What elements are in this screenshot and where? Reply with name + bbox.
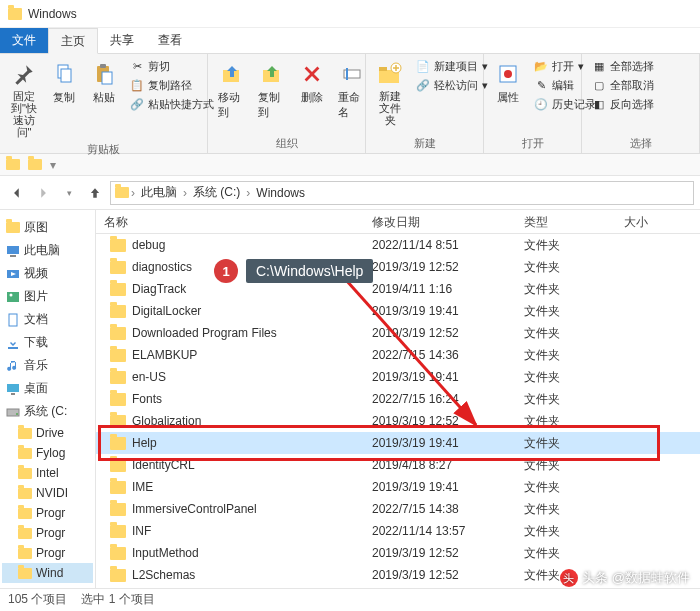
recent-locations-button[interactable]: ▾ (58, 182, 80, 204)
tree-item[interactable]: 音乐 (2, 354, 93, 377)
copy-to-button[interactable]: 复制到 (254, 58, 290, 122)
music-icon (6, 359, 20, 373)
tree-item[interactable]: 视频 (2, 262, 93, 285)
tab-home[interactable]: 主页 (48, 28, 98, 54)
folder-icon (110, 239, 126, 252)
breadcrumb-item[interactable]: Windows (252, 184, 309, 202)
easy-access-button[interactable]: 🔗轻松访问▾ (412, 77, 492, 94)
select-all-button[interactable]: ▦全部选择 (588, 58, 658, 75)
new-item-button[interactable]: 📄新建项目▾ (412, 58, 492, 75)
address-bar[interactable]: › 此电脑 › 系统 (C:) › Windows (110, 181, 694, 205)
rename-button[interactable]: 重命名 (334, 58, 370, 122)
group-label-select: 选择 (588, 134, 693, 151)
delete-button[interactable]: 删除 (294, 58, 330, 107)
file-name: diagnostics (132, 260, 192, 274)
breadcrumb-item[interactable]: 系统 (C:) (189, 182, 244, 203)
svg-rect-10 (379, 67, 387, 71)
copy-button[interactable]: 复制 (46, 58, 82, 107)
tree-item[interactable]: Intel (2, 463, 93, 483)
tree-item[interactable]: 文档 (2, 308, 93, 331)
table-row[interactable]: ELAMBKUP2022/7/15 14:36文件夹 (96, 344, 700, 366)
table-row[interactable]: INF2022/11/14 13:57文件夹 (96, 520, 700, 542)
paste-shortcut-button[interactable]: 🔗粘贴快捷方式 (126, 96, 218, 113)
table-row[interactable]: DigitalLocker2019/3/19 19:41文件夹 (96, 300, 700, 322)
tab-share[interactable]: 共享 (98, 28, 146, 53)
tree-item[interactable]: 系统 (C: (2, 400, 93, 423)
file-size (616, 329, 700, 337)
folder-icon (115, 187, 129, 198)
invert-selection-button[interactable]: ◧反向选择 (588, 96, 658, 113)
watermark-icon: 头 (560, 569, 578, 587)
folder-icon (8, 8, 22, 20)
tree-item[interactable]: Wind (2, 563, 93, 583)
column-name[interactable]: 名称 (96, 210, 364, 233)
tree-item[interactable]: 桌面 (2, 377, 93, 400)
table-row[interactable]: Downloaded Program Files2019/3/19 12:52文… (96, 322, 700, 344)
chevron-down-icon[interactable]: ▾ (50, 158, 56, 172)
open-icon: 📂 (534, 60, 548, 74)
tree-item[interactable]: 原图 (2, 216, 93, 239)
file-size (616, 285, 700, 293)
tree-item[interactable]: Drive (2, 423, 93, 443)
back-button[interactable] (6, 182, 28, 204)
table-row[interactable]: IdentityCRL2019/4/18 8:27文件夹 (96, 454, 700, 476)
tab-view[interactable]: 查看 (146, 28, 194, 53)
table-row[interactable]: en-US2019/3/19 19:41文件夹 (96, 366, 700, 388)
copy-to-icon (258, 60, 286, 88)
file-name: ELAMBKUP (132, 348, 197, 362)
folder-icon (110, 393, 126, 406)
tree-item[interactable]: Progr (2, 503, 93, 523)
tree-item[interactable]: Progr (2, 523, 93, 543)
table-row[interactable]: IME2019/3/19 19:41文件夹 (96, 476, 700, 498)
file-date: 2019/3/19 12:52 (364, 542, 516, 564)
up-button[interactable] (84, 182, 106, 204)
folder-icon (110, 569, 126, 582)
file-date: 2019/3/19 12:52 (364, 410, 516, 432)
pin-quick-access-button[interactable]: 固定到"快速访问" (6, 58, 42, 140)
breadcrumb-item[interactable]: 此电脑 (137, 182, 181, 203)
folder-icon (6, 221, 20, 235)
new-folder-button[interactable]: 新建文件夹 (372, 58, 408, 128)
table-row[interactable]: Help2019/3/19 19:41文件夹 (96, 432, 700, 454)
copy-path-button[interactable]: 📋复制路径 (126, 77, 218, 94)
table-row[interactable]: Fonts2022/7/15 16:24文件夹 (96, 388, 700, 410)
file-rows[interactable]: debug2022/11/14 8:51文件夹diagnostics2019/3… (96, 234, 700, 588)
properties-button[interactable]: 属性 (490, 58, 526, 107)
paste-button[interactable]: 粘贴 (86, 58, 122, 107)
column-date[interactable]: 修改日期 (364, 210, 516, 233)
forward-button[interactable] (32, 182, 54, 204)
folder-icon (110, 547, 126, 560)
tree-item-label: 视频 (24, 265, 48, 282)
folder-icon[interactable] (6, 159, 20, 170)
cut-button[interactable]: ✂剪切 (126, 58, 218, 75)
tab-file[interactable]: 文件 (0, 28, 48, 53)
file-size (616, 549, 700, 557)
path-icon: 📋 (130, 79, 144, 93)
table-row[interactable]: DiagTrack2019/4/11 1:16文件夹 (96, 278, 700, 300)
tree-item[interactable]: 下载 (2, 331, 93, 354)
tree-item[interactable]: 图片 (2, 285, 93, 308)
tree-item[interactable]: Progr (2, 543, 93, 563)
table-row[interactable]: Globalization2019/3/19 12:52文件夹 (96, 410, 700, 432)
column-type[interactable]: 类型 (516, 210, 616, 233)
table-row[interactable]: debug2022/11/14 8:51文件夹 (96, 234, 700, 256)
table-row[interactable]: InputMethod2019/3/19 12:52文件夹 (96, 542, 700, 564)
tree-item-label: 图片 (24, 288, 48, 305)
video-icon (6, 267, 20, 281)
chevron-right-icon: › (183, 186, 187, 200)
table-row[interactable]: ImmersiveControlPanel2022/7/15 14:38文件夹 (96, 498, 700, 520)
shortcut-icon: 🔗 (130, 98, 144, 112)
select-none-button[interactable]: ▢全部取消 (588, 77, 658, 94)
svg-rect-22 (11, 393, 15, 395)
tree-item[interactable]: NVIDI (2, 483, 93, 503)
move-to-button[interactable]: 移动到 (214, 58, 250, 122)
folder-icon[interactable] (28, 159, 42, 170)
folder-icon (18, 446, 32, 460)
navigation-tree[interactable]: 原图此电脑视频图片文档下载音乐桌面系统 (C:DriveFylogIntelNV… (0, 210, 96, 588)
table-row[interactable]: diagnostics2019/3/19 12:52文件夹 (96, 256, 700, 278)
file-date: 2019/3/19 19:41 (364, 366, 516, 388)
tree-item[interactable]: Fylog (2, 443, 93, 463)
desktop-icon (6, 382, 20, 396)
column-size[interactable]: 大小 (616, 210, 700, 233)
tree-item[interactable]: 此电脑 (2, 239, 93, 262)
